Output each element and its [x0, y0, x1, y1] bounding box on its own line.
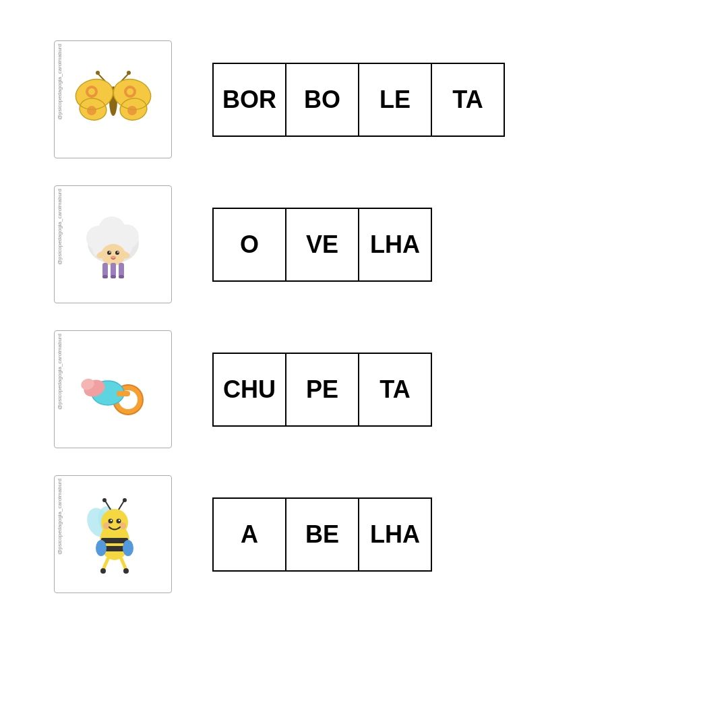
svg-rect-49 [101, 538, 128, 543]
svg-rect-35 [111, 263, 116, 276]
syllable-le: LE [358, 63, 432, 137]
svg-point-32 [117, 251, 119, 253]
svg-point-63 [123, 540, 133, 556]
svg-rect-38 [111, 275, 116, 278]
syllables-chupeta: CHU PE TA [212, 353, 432, 427]
image-credit-4: @psicopedagogia_carolmaburd [57, 479, 63, 555]
svg-point-51 [101, 509, 128, 536]
svg-point-53 [116, 518, 121, 523]
svg-line-60 [119, 501, 124, 510]
svg-point-2 [96, 71, 100, 75]
syllable-lha2: LHA [358, 497, 432, 572]
image-credit-2: @psicopedagogia_carolmaburd [57, 189, 63, 265]
row-ovelha: @psicopedagogia_carolmaburd [54, 185, 674, 303]
svg-rect-45 [117, 391, 130, 396]
svg-point-30 [115, 251, 119, 255]
pacifier-icon [73, 349, 154, 430]
row-abelha: @psicopedagogia_carolmaburd [54, 475, 674, 593]
svg-point-52 [108, 518, 113, 523]
svg-point-66 [100, 568, 106, 574]
syllable-ta2: TA [358, 353, 432, 427]
syllable-be: BE [285, 497, 359, 572]
syllable-a: A [212, 497, 286, 572]
row-borboleta: @psicopedagogia_carolmaburd [54, 40, 674, 158]
svg-point-4 [127, 71, 131, 75]
image-credit-3: @psicopedagogia_carolmaburd [57, 334, 63, 410]
svg-point-67 [123, 568, 129, 574]
image-bee: @psicopedagogia_carolmaburd [54, 475, 172, 593]
svg-rect-34 [102, 263, 108, 276]
bee-icon [73, 494, 154, 575]
image-pacifier: @psicopedagogia_carolmaburd [54, 330, 172, 448]
syllable-bor: BOR [212, 63, 286, 137]
image-butterfly: @psicopedagogia_carolmaburd [54, 40, 172, 158]
syllables-borboleta: BOR BO LE TA [212, 63, 505, 137]
svg-point-13 [87, 106, 96, 115]
svg-point-54 [110, 519, 111, 520]
svg-point-62 [96, 540, 107, 556]
svg-point-59 [102, 498, 107, 502]
svg-rect-39 [119, 275, 124, 278]
row-chupeta: @psicopedagogia_carolmaburd CHU PE TA [54, 330, 674, 448]
svg-point-29 [107, 251, 111, 255]
svg-point-31 [109, 251, 111, 253]
syllable-ta: TA [431, 63, 505, 137]
svg-point-10 [127, 88, 133, 95]
main-page: @psicopedagogia_carolmaburd [0, 0, 728, 728]
svg-line-65 [121, 559, 126, 570]
syllable-lha: LHA [358, 208, 432, 282]
image-credit: @psicopedagogia_carolmaburd [57, 44, 63, 120]
syllable-bo: BO [285, 63, 359, 137]
butterfly-icon [73, 59, 154, 140]
svg-point-57 [119, 522, 126, 529]
svg-point-55 [118, 519, 119, 520]
syllable-pe: PE [285, 353, 359, 427]
svg-rect-37 [102, 275, 108, 278]
syllable-ve: VE [285, 208, 359, 282]
sheep-icon [73, 204, 154, 285]
svg-point-14 [127, 106, 137, 115]
svg-rect-36 [119, 263, 124, 276]
svg-line-64 [103, 559, 108, 570]
svg-point-9 [88, 88, 95, 95]
svg-point-61 [123, 498, 127, 502]
svg-point-56 [103, 522, 110, 529]
syllable-chu: CHU [212, 353, 286, 427]
syllable-o: O [212, 208, 286, 282]
image-sheep: @psicopedagogia_carolmaburd [54, 185, 172, 303]
syllables-ovelha: O VE LHA [212, 208, 432, 282]
syllables-abelha: A BE LHA [212, 497, 432, 572]
